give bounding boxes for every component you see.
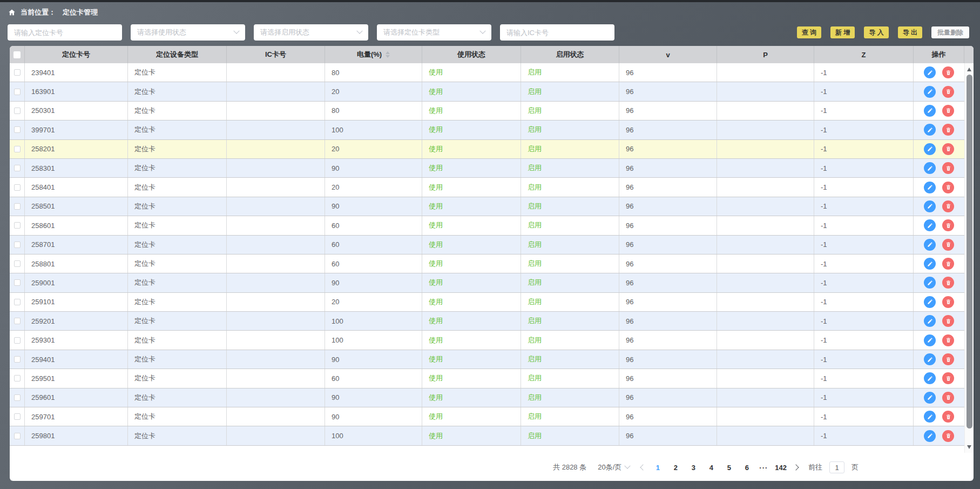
- edit-button[interactable]: [924, 162, 936, 174]
- edit-button[interactable]: [924, 411, 936, 423]
- page-number-1[interactable]: 1: [652, 464, 663, 472]
- add-button[interactable]: 新 增: [830, 26, 855, 38]
- row-checkbox[interactable]: [14, 165, 21, 171]
- edit-button[interactable]: [924, 315, 936, 327]
- page-size-select[interactable]: 20条/页: [598, 463, 630, 472]
- edit-button[interactable]: [924, 105, 936, 117]
- vertical-scrollbar[interactable]: [964, 63, 974, 453]
- table-row[interactable]: 239401定位卡80使用启用96-1: [10, 63, 964, 82]
- col-header-use-status[interactable]: 使用状态: [422, 46, 521, 63]
- table-row[interactable]: 258601定位卡60使用启用96-1: [10, 216, 964, 235]
- row-checkbox[interactable]: [14, 375, 21, 381]
- batch-delete-button[interactable]: 批量删除: [931, 26, 969, 38]
- edit-button[interactable]: [924, 124, 936, 136]
- delete-button[interactable]: [942, 105, 954, 117]
- row-checkbox[interactable]: [14, 318, 21, 324]
- select-all-checkbox[interactable]: [13, 51, 21, 58]
- row-checkbox[interactable]: [14, 299, 21, 305]
- table-row[interactable]: 163901定位卡20使用启用96-1: [10, 82, 964, 101]
- delete-button[interactable]: [942, 296, 954, 308]
- col-header-z[interactable]: Z: [814, 46, 914, 63]
- row-checkbox[interactable]: [14, 89, 21, 95]
- page-number-last[interactable]: 142: [775, 464, 787, 472]
- edit-button[interactable]: [924, 239, 936, 251]
- delete-button[interactable]: [942, 315, 954, 327]
- edit-button[interactable]: [924, 219, 936, 231]
- delete-button[interactable]: [942, 86, 954, 98]
- export-button[interactable]: 导 出: [898, 26, 922, 38]
- delete-button[interactable]: [942, 258, 954, 270]
- table-row[interactable]: 259401定位卡90使用启用96-1: [10, 350, 964, 369]
- goto-page-input[interactable]: [829, 461, 844, 473]
- delete-button[interactable]: [942, 430, 954, 442]
- enable-status-select[interactable]: 请选择启用状态: [254, 24, 368, 41]
- edit-button[interactable]: [924, 143, 936, 155]
- row-checkbox[interactable]: [14, 146, 21, 152]
- row-checkbox[interactable]: [14, 222, 21, 229]
- table-row[interactable]: 258401定位卡20使用启用96-1: [10, 178, 964, 197]
- edit-button[interactable]: [924, 430, 936, 442]
- row-checkbox[interactable]: [14, 108, 21, 114]
- edit-button[interactable]: [924, 86, 936, 98]
- table-row[interactable]: 259101定位卡20使用启用96-1: [10, 293, 964, 312]
- edit-button[interactable]: [924, 182, 936, 193]
- page-number-3[interactable]: 3: [688, 464, 699, 472]
- delete-button[interactable]: [942, 124, 954, 136]
- table-row[interactable]: 259601定位卡90使用启用96-1: [10, 388, 964, 407]
- col-header-battery[interactable]: 电量(%): [325, 46, 422, 63]
- edit-button[interactable]: [924, 66, 936, 78]
- row-checkbox[interactable]: [14, 69, 21, 76]
- page-number-4[interactable]: 4: [706, 464, 717, 472]
- col-header-ic-card[interactable]: IC卡号: [227, 46, 325, 63]
- edit-button[interactable]: [924, 277, 936, 289]
- table-row[interactable]: 259201定位卡100使用启用96-1: [10, 312, 964, 331]
- table-row[interactable]: 259301定位卡100使用启用96-1: [10, 331, 964, 350]
- delete-button[interactable]: [942, 411, 954, 423]
- col-header-v[interactable]: v: [619, 46, 717, 63]
- row-checkbox[interactable]: [14, 260, 21, 267]
- ic-card-input[interactable]: [500, 24, 614, 41]
- card-no-input[interactable]: [8, 24, 122, 41]
- delete-button[interactable]: [942, 162, 954, 174]
- table-row[interactable]: 399701定位卡100使用启用96-1: [10, 120, 964, 139]
- row-checkbox[interactable]: [14, 184, 21, 191]
- delete-button[interactable]: [942, 219, 954, 231]
- prev-page-icon[interactable]: [640, 464, 646, 470]
- use-status-select[interactable]: 请选择使用状态: [131, 24, 245, 41]
- scroll-up-arrow-icon[interactable]: [965, 64, 974, 74]
- edit-button[interactable]: [924, 392, 936, 404]
- page-number-6[interactable]: 6: [741, 464, 752, 472]
- row-checkbox[interactable]: [14, 126, 21, 133]
- edit-button[interactable]: [924, 334, 936, 346]
- row-checkbox[interactable]: [14, 242, 21, 248]
- delete-button[interactable]: [942, 143, 954, 155]
- delete-button[interactable]: [942, 353, 954, 365]
- table-row[interactable]: 258501定位卡90使用启用96-1: [10, 197, 964, 216]
- delete-button[interactable]: [942, 277, 954, 289]
- delete-button[interactable]: [942, 66, 954, 78]
- table-row[interactable]: 258801定位卡60使用启用96-1: [10, 254, 964, 273]
- search-button[interactable]: 查 询: [797, 26, 821, 38]
- row-checkbox[interactable]: [14, 356, 21, 363]
- edit-button[interactable]: [924, 353, 936, 365]
- row-checkbox[interactable]: [14, 337, 21, 344]
- table-row[interactable]: 258201定位卡20使用启用96-1: [10, 140, 964, 159]
- page-ellipsis[interactable]: ···: [759, 464, 768, 472]
- table-row[interactable]: 258701定位卡60使用启用96-1: [10, 236, 964, 254]
- table-row[interactable]: 258301定位卡90使用启用96-1: [10, 159, 964, 178]
- edit-button[interactable]: [924, 258, 936, 270]
- col-header-p[interactable]: P: [717, 46, 814, 63]
- edit-button[interactable]: [924, 200, 936, 212]
- scroll-down-arrow-icon[interactable]: [965, 442, 974, 452]
- table-row[interactable]: 259701定位卡90使用启用96-1: [10, 407, 964, 426]
- page-number-2[interactable]: 2: [670, 464, 681, 472]
- table-row[interactable]: 259001定位卡90使用启用96-1: [10, 273, 964, 292]
- scrollbar-thumb[interactable]: [967, 75, 972, 428]
- delete-button[interactable]: [942, 372, 954, 384]
- row-checkbox[interactable]: [14, 279, 21, 286]
- edit-button[interactable]: [924, 296, 936, 308]
- edit-button[interactable]: [924, 372, 936, 384]
- next-page-icon[interactable]: [793, 464, 799, 470]
- sort-icon[interactable]: [386, 51, 390, 58]
- row-checkbox[interactable]: [14, 433, 21, 439]
